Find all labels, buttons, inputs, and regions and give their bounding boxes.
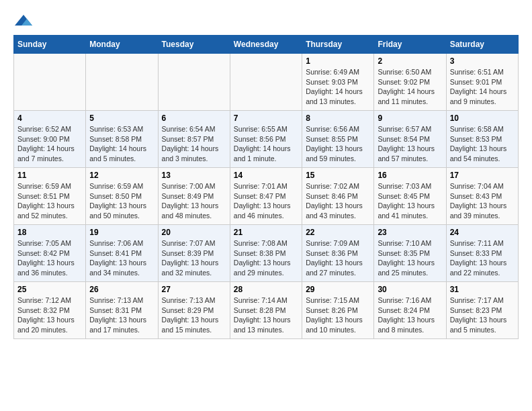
- col-header-sunday: Sunday: [14, 36, 86, 54]
- day-number: 4: [17, 113, 82, 123]
- day-cell: 2Sunrise: 6:50 AM Sunset: 9:02 PM Daylig…: [374, 54, 446, 111]
- day-detail: Sunrise: 6:53 AM Sunset: 8:58 PM Dayligh…: [89, 124, 154, 164]
- day-number: 10: [450, 113, 515, 123]
- day-cell: 15Sunrise: 7:02 AM Sunset: 8:46 PM Dayli…: [302, 168, 374, 225]
- day-cell: 29Sunrise: 7:15 AM Sunset: 8:26 PM Dayli…: [302, 282, 374, 339]
- day-detail: Sunrise: 7:13 AM Sunset: 8:29 PM Dayligh…: [162, 295, 226, 335]
- day-detail: Sunrise: 7:04 AM Sunset: 8:43 PM Dayligh…: [450, 181, 515, 221]
- day-cell: 4Sunrise: 6:52 AM Sunset: 9:00 PM Daylig…: [14, 111, 86, 168]
- col-header-wednesday: Wednesday: [230, 36, 302, 54]
- day-cell: 17Sunrise: 7:04 AM Sunset: 8:43 PM Dayli…: [446, 168, 518, 225]
- day-detail: Sunrise: 6:55 AM Sunset: 8:56 PM Dayligh…: [234, 124, 298, 164]
- col-header-thursday: Thursday: [302, 36, 374, 54]
- day-number: 29: [306, 285, 370, 294]
- day-number: 8: [306, 113, 370, 123]
- day-number: 6: [162, 113, 226, 123]
- day-detail: Sunrise: 6:58 AM Sunset: 8:53 PM Dayligh…: [450, 124, 515, 164]
- day-cell: 16Sunrise: 7:03 AM Sunset: 8:45 PM Dayli…: [374, 168, 446, 225]
- day-detail: Sunrise: 7:07 AM Sunset: 8:39 PM Dayligh…: [162, 238, 226, 278]
- day-cell: 10Sunrise: 6:58 AM Sunset: 8:53 PM Dayli…: [446, 111, 518, 168]
- week-row-5: 25Sunrise: 7:12 AM Sunset: 8:32 PM Dayli…: [14, 282, 519, 339]
- day-detail: Sunrise: 7:10 AM Sunset: 8:35 PM Dayligh…: [378, 238, 442, 278]
- day-cell: 6Sunrise: 6:54 AM Sunset: 8:57 PM Daylig…: [158, 111, 230, 168]
- week-row-1: 1Sunrise: 6:49 AM Sunset: 9:03 PM Daylig…: [14, 54, 519, 111]
- day-number: 22: [306, 228, 370, 237]
- day-detail: Sunrise: 7:15 AM Sunset: 8:26 PM Dayligh…: [306, 295, 370, 335]
- day-detail: Sunrise: 7:02 AM Sunset: 8:46 PM Dayligh…: [306, 181, 370, 221]
- day-cell: 3Sunrise: 6:51 AM Sunset: 9:01 PM Daylig…: [446, 54, 518, 111]
- page-header: [13, 13, 519, 28]
- day-cell: 18Sunrise: 7:05 AM Sunset: 8:42 PM Dayli…: [14, 225, 86, 282]
- logo-icon: [13, 13, 34, 28]
- day-detail: Sunrise: 7:16 AM Sunset: 8:24 PM Dayligh…: [378, 295, 442, 335]
- day-detail: Sunrise: 6:51 AM Sunset: 9:01 PM Dayligh…: [450, 67, 515, 107]
- day-number: 14: [234, 171, 298, 180]
- day-number: 2: [378, 56, 442, 66]
- header-row: SundayMondayTuesdayWednesdayThursdayFrid…: [14, 36, 519, 54]
- day-cell: 8Sunrise: 6:56 AM Sunset: 8:55 PM Daylig…: [302, 111, 374, 168]
- day-number: 3: [450, 56, 515, 66]
- day-detail: Sunrise: 7:00 AM Sunset: 8:49 PM Dayligh…: [162, 181, 226, 221]
- day-cell: 12Sunrise: 6:59 AM Sunset: 8:50 PM Dayli…: [86, 168, 158, 225]
- day-number: 26: [89, 285, 154, 294]
- day-number: 17: [450, 171, 515, 180]
- day-detail: Sunrise: 6:56 AM Sunset: 8:55 PM Dayligh…: [306, 124, 370, 164]
- col-header-saturday: Saturday: [446, 36, 518, 54]
- day-detail: Sunrise: 6:49 AM Sunset: 9:03 PM Dayligh…: [306, 67, 370, 107]
- day-cell: 9Sunrise: 6:57 AM Sunset: 8:54 PM Daylig…: [374, 111, 446, 168]
- day-cell: [86, 54, 158, 111]
- day-cell: 21Sunrise: 7:08 AM Sunset: 8:38 PM Dayli…: [230, 225, 302, 282]
- col-header-friday: Friday: [374, 36, 446, 54]
- day-cell: 19Sunrise: 7:06 AM Sunset: 8:41 PM Dayli…: [86, 225, 158, 282]
- day-detail: Sunrise: 7:14 AM Sunset: 8:28 PM Dayligh…: [234, 295, 298, 335]
- day-detail: Sunrise: 7:06 AM Sunset: 8:41 PM Dayligh…: [89, 238, 154, 278]
- day-number: 30: [378, 285, 442, 294]
- day-cell: 13Sunrise: 7:00 AM Sunset: 8:49 PM Dayli…: [158, 168, 230, 225]
- day-number: 13: [162, 171, 226, 180]
- day-cell: 28Sunrise: 7:14 AM Sunset: 8:28 PM Dayli…: [230, 282, 302, 339]
- day-cell: 23Sunrise: 7:10 AM Sunset: 8:35 PM Dayli…: [374, 225, 446, 282]
- day-detail: Sunrise: 6:54 AM Sunset: 8:57 PM Dayligh…: [162, 124, 226, 164]
- col-header-tuesday: Tuesday: [158, 36, 230, 54]
- day-cell: 22Sunrise: 7:09 AM Sunset: 8:36 PM Dayli…: [302, 225, 374, 282]
- day-number: 21: [234, 228, 298, 237]
- col-header-monday: Monday: [86, 36, 158, 54]
- day-number: 27: [162, 285, 226, 294]
- day-number: 24: [450, 228, 515, 237]
- day-number: 5: [89, 113, 154, 123]
- day-cell: 27Sunrise: 7:13 AM Sunset: 8:29 PM Dayli…: [158, 282, 230, 339]
- day-detail: Sunrise: 6:57 AM Sunset: 8:54 PM Dayligh…: [378, 124, 442, 164]
- day-cell: 1Sunrise: 6:49 AM Sunset: 9:03 PM Daylig…: [302, 54, 374, 111]
- day-number: 12: [89, 171, 154, 180]
- day-cell: 7Sunrise: 6:55 AM Sunset: 8:56 PM Daylig…: [230, 111, 302, 168]
- day-number: 19: [89, 228, 154, 237]
- week-row-2: 4Sunrise: 6:52 AM Sunset: 9:00 PM Daylig…: [14, 111, 519, 168]
- day-detail: Sunrise: 7:03 AM Sunset: 8:45 PM Dayligh…: [378, 181, 442, 221]
- day-number: 18: [17, 228, 82, 237]
- day-detail: Sunrise: 7:08 AM Sunset: 8:38 PM Dayligh…: [234, 238, 298, 278]
- day-number: 28: [234, 285, 298, 294]
- calendar-table: SundayMondayTuesdayWednesdayThursdayFrid…: [13, 35, 519, 339]
- day-cell: 24Sunrise: 7:11 AM Sunset: 8:33 PM Dayli…: [446, 225, 518, 282]
- day-number: 20: [162, 228, 226, 237]
- day-cell: 25Sunrise: 7:12 AM Sunset: 8:32 PM Dayli…: [14, 282, 86, 339]
- day-cell: 5Sunrise: 6:53 AM Sunset: 8:58 PM Daylig…: [86, 111, 158, 168]
- day-detail: Sunrise: 7:12 AM Sunset: 8:32 PM Dayligh…: [17, 295, 82, 335]
- day-cell: 14Sunrise: 7:01 AM Sunset: 8:47 PM Dayli…: [230, 168, 302, 225]
- day-detail: Sunrise: 6:50 AM Sunset: 9:02 PM Dayligh…: [378, 67, 442, 107]
- day-detail: Sunrise: 7:13 AM Sunset: 8:31 PM Dayligh…: [89, 295, 154, 335]
- day-detail: Sunrise: 6:59 AM Sunset: 8:51 PM Dayligh…: [17, 181, 82, 221]
- day-cell: 30Sunrise: 7:16 AM Sunset: 8:24 PM Dayli…: [374, 282, 446, 339]
- day-detail: Sunrise: 6:52 AM Sunset: 9:00 PM Dayligh…: [17, 124, 82, 164]
- day-detail: Sunrise: 7:11 AM Sunset: 8:33 PM Dayligh…: [450, 238, 515, 278]
- day-detail: Sunrise: 7:09 AM Sunset: 8:36 PM Dayligh…: [306, 238, 370, 278]
- day-cell: [158, 54, 230, 111]
- day-detail: Sunrise: 7:17 AM Sunset: 8:23 PM Dayligh…: [450, 295, 515, 335]
- logo: [13, 13, 36, 28]
- day-cell: [14, 54, 86, 111]
- day-cell: 26Sunrise: 7:13 AM Sunset: 8:31 PM Dayli…: [86, 282, 158, 339]
- day-cell: 20Sunrise: 7:07 AM Sunset: 8:39 PM Dayli…: [158, 225, 230, 282]
- day-detail: Sunrise: 7:05 AM Sunset: 8:42 PM Dayligh…: [17, 238, 82, 278]
- day-detail: Sunrise: 6:59 AM Sunset: 8:50 PM Dayligh…: [89, 181, 154, 221]
- week-row-3: 11Sunrise: 6:59 AM Sunset: 8:51 PM Dayli…: [14, 168, 519, 225]
